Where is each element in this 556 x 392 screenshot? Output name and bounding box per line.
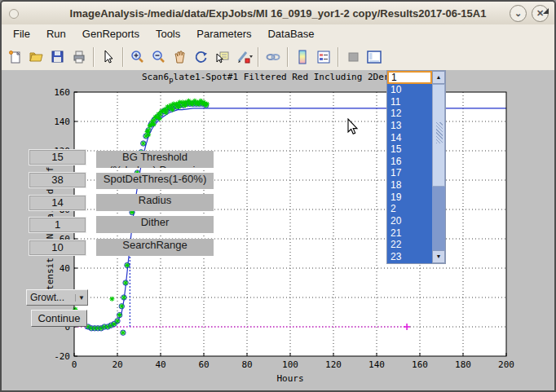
spot-number-list: 1 10111213141516171819220212223 ▲ ▼ (386, 70, 446, 264)
menu-item-run[interactable]: Run (38, 26, 74, 42)
svg-text:0: 0 (72, 359, 77, 370)
menu-bar: FileRunGenReportsToolsParametersDataBase (2, 24, 554, 44)
continue-button[interactable]: Continue (31, 310, 87, 327)
window-title: ImageAnalysis-/media/data/ExpJobs/MI 16_… (2, 7, 554, 20)
radius-value[interactable]: 14 (29, 195, 86, 211)
menu-item-parameters[interactable]: Parameters (188, 26, 259, 42)
svg-text:180: 180 (455, 359, 471, 370)
open-folder-button[interactable] (26, 46, 47, 68)
y-axis-label-fragment: N (45, 234, 55, 240)
svg-text:20: 20 (112, 359, 122, 370)
new-document-icon (7, 49, 24, 65)
spot-list-scrollbar[interactable]: ▲ ▼ (432, 71, 445, 263)
menu-item-tools[interactable]: Tools (148, 26, 188, 42)
spot-list-item-2[interactable]: 2 (387, 203, 432, 215)
link-plots-icon (264, 49, 282, 65)
svg-text:140: 140 (368, 359, 385, 370)
open-folder-icon (28, 49, 46, 65)
rotate-3d-icon (192, 49, 210, 65)
scrollbar-grip (436, 122, 443, 143)
save-icon (49, 49, 67, 65)
dither-button[interactable]: Dither (96, 216, 214, 233)
spot-list-item-18[interactable]: 18 (387, 179, 432, 192)
pointer-icon (99, 49, 117, 65)
bg-threshold-button[interactable]: BG Threshold(% below) Dynamic (96, 151, 214, 168)
plot-tools-icon (365, 49, 383, 65)
plot-title-prefix: Scan6 (142, 72, 169, 82)
new-document-button[interactable] (5, 46, 26, 68)
spot-number-combo[interactable]: 1 (387, 71, 432, 84)
zoom-out-button[interactable] (148, 46, 170, 68)
scroll-down-icon[interactable]: ▼ (432, 250, 445, 263)
searchrange-value[interactable]: 10 (29, 240, 86, 256)
radius-button[interactable]: Radius (96, 194, 214, 211)
scrollbar-thumb[interactable] (432, 84, 445, 187)
title-bar: ImageAnalysis-/media/data/ExpJobs/MI 16_… (2, 2, 554, 25)
toolbar (2, 43, 554, 71)
link-plots-button[interactable] (263, 46, 284, 68)
menu-item-database[interactable]: DataBase (259, 26, 322, 42)
spot-list-item-16[interactable]: 16 (387, 156, 432, 168)
spot-list-item-12[interactable]: 12 (387, 108, 432, 120)
datatip-button[interactable] (212, 46, 233, 68)
zoom-out-icon (150, 49, 168, 65)
plot-title: Scan6plate1-Spot#1 Filtered Red Includin… (142, 72, 417, 84)
pan-hand-icon (171, 49, 189, 65)
save-button[interactable] (47, 46, 68, 68)
insert-colorbar-button[interactable] (292, 46, 313, 68)
paintbrush-dropdown-button[interactable] (233, 46, 254, 68)
searchrange-button[interactable]: SearchRange (96, 239, 214, 256)
insert-legend-button[interactable] (313, 46, 334, 68)
bg-threshold-value[interactable]: 15 (29, 149, 86, 165)
window-menu-icon[interactable] (9, 9, 19, 19)
spot-list-item-20[interactable]: 20 (387, 215, 432, 227)
menu-item-genreports[interactable]: GenReports (74, 26, 148, 42)
spot-list-item-11[interactable]: 11 (387, 96, 432, 108)
menu-overflow-arrow[interactable] (543, 8, 549, 14)
spot-list-item-23[interactable]: 23 (387, 251, 432, 263)
spotdetthres-value[interactable]: 38 (29, 172, 86, 188)
svg-text:160: 160 (412, 359, 428, 370)
dither-value[interactable]: 1 (29, 217, 86, 233)
pan-hand-button[interactable] (170, 46, 191, 68)
spot-list-item-13[interactable]: 13 (387, 120, 432, 132)
spot-list-item-17[interactable]: 17 (387, 167, 432, 179)
print-icon (70, 49, 88, 65)
rollup-button[interactable]: ⌄ (510, 5, 527, 22)
spot-list-item-15[interactable]: 15 (387, 143, 432, 156)
svg-text:200: 200 (498, 359, 514, 370)
scroll-up-icon[interactable]: ▲ (432, 71, 445, 84)
print-button[interactable] (68, 46, 90, 68)
x-axis-label: Hours (276, 373, 303, 384)
toolbar-separator (122, 47, 124, 67)
svg-text:40: 40 (60, 263, 70, 274)
app-window: ImageAnalysis-/media/data/ExpJobs/MI 16_… (0, 0, 556, 392)
toolbar-separator (287, 47, 289, 67)
growth-mode-dropdown[interactable]: Growt... ▼ (26, 289, 88, 306)
spot-list-item-14[interactable]: 14 (387, 132, 432, 144)
plot-title-rest: late1-Spot#1 Filtered Red Including 2Der… (174, 72, 417, 82)
insert-colorbar-icon (293, 49, 311, 65)
svg-text:40: 40 (155, 359, 165, 370)
spot-list-item-22[interactable]: 22 (387, 239, 432, 251)
toolbar-separator (338, 47, 339, 67)
spot-list-item-10[interactable]: 10 (387, 84, 432, 96)
svg-text:100: 100 (282, 359, 298, 370)
datatip-icon (214, 49, 232, 65)
svg-text:60: 60 (198, 359, 209, 370)
menu-item-file[interactable]: File (5, 26, 38, 42)
plot-tools-button[interactable] (364, 46, 385, 68)
spot-list-item-19[interactable]: 19 (387, 192, 432, 204)
disabled-box-button[interactable] (342, 46, 364, 68)
svg-text:-20: -20 (54, 351, 70, 362)
zoom-in-button[interactable] (127, 46, 148, 68)
rotate-3d-button[interactable] (191, 46, 212, 68)
spotdetthres-button[interactable]: SpotDetThres(1-60%) (96, 173, 214, 189)
toolbar-separator (258, 47, 259, 67)
y-axis-label-fragment: tensit (45, 258, 55, 290)
insert-legend-icon (315, 49, 333, 65)
pointer-button[interactable] (98, 46, 119, 68)
chevron-down-icon: ▼ (75, 294, 87, 302)
svg-text:80: 80 (241, 359, 252, 370)
spot-list-item-21[interactable]: 21 (387, 227, 432, 240)
